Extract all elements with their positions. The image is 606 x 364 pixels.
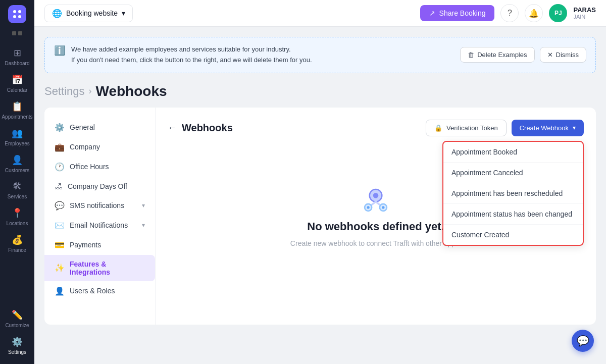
chat-button[interactable]: 💬 xyxy=(572,330,594,352)
settings-nav-email[interactable]: ✉️ Email Notifications ▾ xyxy=(44,216,155,235)
dismiss-button[interactable]: ✕ Dismiss xyxy=(540,47,587,63)
user-info: PARAS JAIN xyxy=(573,6,596,21)
settings-nav-general[interactable]: ⚙️ General xyxy=(44,118,155,137)
users-icon: 👤 xyxy=(55,286,65,296)
customize-icon: ✏️ xyxy=(12,309,23,321)
sidebar-item-services[interactable]: 🛠 Services xyxy=(0,177,34,203)
nav-label: Office Hours xyxy=(70,163,109,171)
nav-label: General xyxy=(70,123,95,131)
settings-nav-company-days-off[interactable]: 🏖 Company Days Off xyxy=(44,177,155,196)
sidebar-item-customers[interactable]: 👤 Customers xyxy=(0,150,34,177)
user-name: PARAS xyxy=(573,6,596,14)
verification-token-button[interactable]: 🔒 Verification Token xyxy=(426,120,507,136)
dashboard-icon: ⊞ xyxy=(14,47,21,59)
notifications-button[interactable]: 🔔 xyxy=(525,4,543,22)
sidebar-item-appointments[interactable]: 📋 Appointments xyxy=(0,97,34,124)
settings-nav-users-roles[interactable]: 👤 Users & Roles xyxy=(44,281,155,301)
customers-icon: 👤 xyxy=(12,154,23,166)
nav-label: Email Notifications xyxy=(70,221,128,229)
create-webhook-dropdown: Appointment Booked Appointment Canceled … xyxy=(442,141,584,246)
info-text: We have added example employees and serv… xyxy=(71,44,312,66)
nav-label: Payments xyxy=(70,241,101,249)
breadcrumb: Settings › Webhooks xyxy=(44,83,596,99)
page-content: ℹ️ We have added example employees and s… xyxy=(34,27,606,364)
sidebar-item-label: Appointments xyxy=(2,114,32,120)
trash-icon: 🗑 xyxy=(468,51,474,59)
dropdown-item-0[interactable]: Appointment Booked xyxy=(443,142,583,163)
sidebar-item-calendar[interactable]: 📅 Calendar xyxy=(0,70,34,97)
help-icon: ? xyxy=(508,9,512,18)
webhooks-title-left: ← Webhooks xyxy=(168,122,233,134)
lock-icon: 🔒 xyxy=(434,124,442,132)
email-icon: ✉️ xyxy=(55,221,65,230)
info-line1: We have added example employees and serv… xyxy=(71,44,312,55)
breadcrumb-current: Webhooks xyxy=(96,83,167,99)
settings-main: ← Webhooks 🔒 Verification Token Create W… xyxy=(156,108,596,325)
dismiss-label: Dismiss xyxy=(556,51,579,59)
verification-token-label: Verification Token xyxy=(446,124,498,132)
sidebar-item-label: Customers xyxy=(5,168,29,173)
dropdown-item-2[interactable]: Appointment has been rescheduled xyxy=(443,183,583,204)
share-icon: ↗ xyxy=(429,9,435,17)
sidebar-item-label: Employees xyxy=(5,141,29,146)
dropdown-item-4[interactable]: Customer Created xyxy=(443,225,583,245)
help-button[interactable]: ? xyxy=(500,4,519,22)
sidebar-item-label: Locations xyxy=(7,221,28,226)
delete-examples-button[interactable]: 🗑 Delete Examples xyxy=(460,47,534,63)
sidebar-item-customize[interactable]: ✏️ Customize xyxy=(0,305,34,332)
sidebar-item-label: Dashboard xyxy=(5,61,30,66)
info-icon: ℹ️ xyxy=(54,45,65,56)
sidebar-item-employees[interactable]: 👥 Employees xyxy=(0,124,34,150)
topbar-right: ↗ Share Booking ? 🔔 PJ PARAS JAIN xyxy=(420,4,596,22)
spinner-illustration xyxy=(353,179,398,214)
sidebar-collapse[interactable] xyxy=(12,31,22,35)
dropdown-item-1[interactable]: Appointment Canceled xyxy=(443,163,583,183)
sidebar-item-locations[interactable]: 📍 Locations xyxy=(0,203,34,230)
settings-sidebar: ⚙️ General 💼 Company 🕐 Office Hours 🏖 Co… xyxy=(44,108,156,325)
info-line2: If you don't need them, click the button… xyxy=(71,55,312,66)
employees-icon: 👥 xyxy=(12,128,23,139)
days-off-icon: 🏖 xyxy=(55,182,63,191)
sidebar-item-label: Settings xyxy=(8,349,26,355)
create-webhook-button[interactable]: Create Webhook ▾ xyxy=(512,120,584,136)
nav-label: Features & Integrations xyxy=(70,260,145,276)
breadcrumb-separator: › xyxy=(89,86,92,96)
chevron-down-icon: ▾ xyxy=(142,222,145,229)
user-surname: JAIN xyxy=(573,14,596,20)
clock-icon: 🕐 xyxy=(55,162,65,172)
sidebar-item-dashboard[interactable]: ⊞ Dashboard xyxy=(0,43,34,70)
share-booking-button[interactable]: ↗ Share Booking xyxy=(420,5,495,21)
breadcrumb-settings[interactable]: Settings xyxy=(44,85,85,98)
sidebar-item-label: Services xyxy=(8,194,27,199)
svg-point-7 xyxy=(382,206,384,209)
settings-nav-payments[interactable]: 💳 Payments xyxy=(44,235,155,255)
settings-icon: ⚙️ xyxy=(12,336,23,347)
sidebar-item-settings[interactable]: ⚙️ Settings xyxy=(0,332,34,359)
appointments-icon: 📋 xyxy=(12,101,23,112)
back-arrow-icon[interactable]: ← xyxy=(168,123,177,133)
app-logo xyxy=(8,5,26,23)
nav-label: SMS notifications xyxy=(70,201,124,210)
chevron-down-icon: ▾ xyxy=(142,202,145,209)
svg-point-4 xyxy=(367,206,370,209)
globe-icon: 🌐 xyxy=(52,9,62,18)
settings-nav-features-integrations[interactable]: ✨ Features & Integrations xyxy=(44,255,155,281)
settings-nav-office-hours[interactable]: 🕐 Office Hours xyxy=(44,157,155,177)
close-icon: ✕ xyxy=(547,51,553,59)
dropdown-item-3[interactable]: Appointment status has been changed xyxy=(443,204,583,225)
settings-nav-sms[interactable]: 💬 SMS notifications ▾ xyxy=(44,196,155,216)
bell-icon: 🔔 xyxy=(529,9,539,18)
sidebar-item-finance[interactable]: 💰 Finance xyxy=(0,230,34,257)
info-banner-right: 🗑 Delete Examples ✕ Dismiss xyxy=(460,47,586,63)
payments-icon: 💳 xyxy=(55,240,65,250)
info-banner: ℹ️ We have added example employees and s… xyxy=(44,37,596,73)
booking-website-button[interactable]: 🌐 Booking website ▾ xyxy=(44,5,133,22)
company-icon: 💼 xyxy=(55,142,65,152)
empty-state-subtitle: Create new webhook to connect Trafft wit… xyxy=(290,239,461,247)
general-icon: ⚙️ xyxy=(55,123,65,132)
webhooks-header: ← Webhooks 🔒 Verification Token Create W… xyxy=(168,120,584,136)
settings-nav-company[interactable]: 💼 Company xyxy=(44,137,155,157)
booking-website-label: Booking website xyxy=(66,9,118,17)
sidebar-item-label: Finance xyxy=(8,247,26,253)
empty-state-title: No webhooks defined yet. xyxy=(307,220,444,233)
